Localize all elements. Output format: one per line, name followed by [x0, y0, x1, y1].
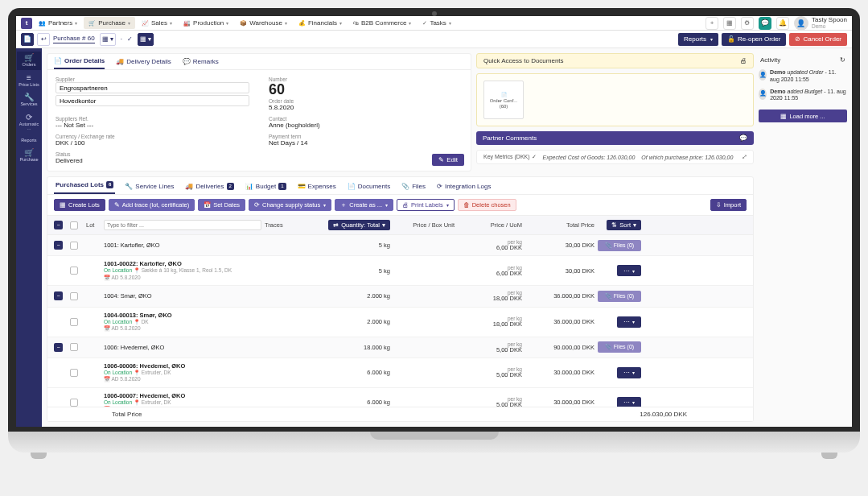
row-checkbox[interactable] — [70, 399, 78, 407]
app-logo[interactable]: t — [21, 18, 32, 29]
back-button[interactable]: 📄 — [21, 33, 34, 46]
row-checkbox[interactable] — [70, 369, 78, 377]
lot-tab-documents[interactable]: 📄Documents — [346, 179, 392, 194]
menu-partners[interactable]: 👥Partners▾ — [34, 17, 82, 29]
settings-icon[interactable]: ⚙ — [741, 17, 754, 30]
menu-production[interactable]: 🏭Production▾ — [179, 17, 233, 29]
row-checkbox[interactable] — [70, 242, 78, 250]
add-trace-button[interactable]: ✎ Add trace (lot, certificate) — [109, 199, 195, 211]
set-dates-button[interactable]: 📅 Set Dates — [198, 199, 245, 211]
table-row[interactable]: 1001-00022: Kartofler, ØKOOn Location 📍 … — [47, 256, 753, 286]
table-row[interactable]: −1004: Smør, ØKO2.000 kgper kg18,00 DKK3… — [47, 286, 753, 307]
edit-button[interactable]: ✎ Edit — [432, 154, 464, 166]
table-header: − Lot Traces ⇄ Quantity: Total ▾ Price /… — [47, 215, 753, 235]
menu-tasks[interactable]: ✓Tasks▾ — [418, 17, 455, 29]
sidebar-reports[interactable]: Reports — [17, 135, 41, 146]
collapse-all-icon[interactable]: − — [54, 221, 63, 229]
import-button[interactable]: ⇩ Import — [710, 199, 747, 211]
lot-tab-service-lines[interactable]: 🔧Service Lines — [123, 179, 175, 194]
tab-delivery-details[interactable]: 🚚Delivery Details — [116, 57, 171, 69]
files-button[interactable]: 📎 Files (0) — [598, 291, 641, 302]
lot-tab-expenses[interactable]: 💳Expenses — [296, 179, 338, 194]
table-row[interactable]: 1006-00006: Hvedemel, ØKOOn Location 📍 E… — [47, 358, 753, 388]
load-more-button[interactable]: ▦ Load more ... — [759, 110, 847, 122]
table-footer: Total Price 126.030,00 DKK — [47, 407, 753, 421]
menu-financials[interactable]: 💰Financials▾ — [294, 17, 347, 29]
collapse-icon[interactable]: − — [54, 343, 63, 352]
print-labels-button[interactable]: 🖨 Print Labels — [397, 199, 455, 211]
tab-order-details[interactable]: 📄Order Details — [54, 57, 105, 69]
partner-comments-bar[interactable]: Partner Comments 💬 — [476, 131, 754, 145]
create-lots-button[interactable]: ▦ Create Lots — [54, 199, 105, 211]
history-button[interactable]: ↩ — [37, 33, 50, 46]
activity-panel: Activity ↻ 👤Demo updated Order - 11. aug… — [759, 53, 847, 422]
quick-access-header: Quick Access to Documents 🖨 — [476, 53, 754, 68]
activity-refresh-icon[interactable]: ↻ — [840, 56, 845, 64]
supplier-address-input[interactable] — [56, 95, 249, 106]
breadcrumb-doc-icon[interactable]: ▦ ▾ — [100, 33, 116, 46]
reopen-order-button[interactable]: 🔓 Re-open Order — [722, 33, 786, 46]
row-actions-button[interactable]: ⋯ — [617, 367, 641, 378]
row-checkbox[interactable] — [70, 343, 78, 351]
row-checkbox[interactable] — [70, 318, 78, 326]
cancel-order-button[interactable]: ⊘ Cancel Order — [789, 33, 847, 46]
quantity-dropdown[interactable]: ⇄ Quantity: Total ▾ — [328, 220, 390, 230]
sort-dropdown[interactable]: ⇅ Sort ▾ — [607, 220, 641, 230]
activity-item: 👤Demo added Budget - 11. aug 2020 11:55 — [759, 86, 847, 105]
user-menu[interactable]: 👤 Tasty Spoon Demo — [794, 16, 847, 31]
order-details-panel: Supplier Number 60 Order date 5.8.2020 — [47, 70, 471, 171]
lot-tab-deliveries[interactable]: 🚚Deliveries2 — [183, 179, 235, 194]
menu-purchase[interactable]: 🛒Purchase▾ — [84, 17, 135, 29]
breadcrumb-status-icon[interactable]: ▦ ▾ — [138, 33, 154, 46]
table-toolbar: ▦ Create Lots ✎ Add trace (lot, certific… — [47, 195, 753, 215]
table-row[interactable]: 1004-00013: Smør, ØKOOn Location 📍 DK📅 A… — [47, 308, 753, 337]
sidebar-orders[interactable]: 🛒Orders — [17, 52, 41, 70]
menu-b2b-commerce[interactable]: 🛍B2B Commerce▾ — [348, 17, 416, 29]
lot-filter-input[interactable] — [104, 220, 261, 230]
menu-warehouse[interactable]: 📦Warehouse▾ — [235, 17, 292, 29]
table-row[interactable]: −1006: Hvedemel, ØKO18.000 kgper kg5,00 … — [47, 337, 753, 358]
chat-icon[interactable]: 💬 — [759, 17, 771, 30]
table-row[interactable]: −1001: Kartofler, ØKO5 kgper kg6,00 DKK3… — [47, 235, 753, 256]
delete-chosen-button[interactable]: 🗑 Delete chosen — [458, 199, 516, 211]
collapse-icon[interactable]: − — [54, 291, 63, 300]
sidebar-purchase[interactable]: 🛒Purchase — [17, 147, 41, 165]
document-tabs: 📄Order Details🚚Delivery Details💬Remarks — [47, 54, 471, 70]
order-confirmation-tile[interactable]: 📄 Order Conf... (60) — [483, 81, 524, 119]
lot-tab-files[interactable]: 📎Files — [400, 179, 427, 194]
create-as-button[interactable]: ＋ Create as ... — [335, 199, 393, 211]
row-checkbox[interactable] — [70, 292, 78, 300]
lot-tab-purchased-lots[interactable]: Purchased Lots6 — [54, 177, 115, 194]
collapse-icon[interactable]: − — [54, 241, 63, 250]
print-icon[interactable]: 🖨 — [740, 57, 747, 64]
quick-action-icon[interactable]: ▦ — [723, 17, 736, 30]
key-metrics: Key Metrics (DKK) ✓ Expected Cost of Goo… — [476, 150, 754, 164]
reports-button[interactable]: Reports — [678, 33, 718, 46]
sidebar: 🛒Orders≡Price Lists🔧Services⟳Automatic .… — [16, 48, 42, 427]
action-bar: 📄 ↩ Purchase # 60 ▦ ▾ · ✓ ▦ ▾ Reports 🔓 … — [16, 31, 852, 48]
expand-icon[interactable]: ⤢ — [742, 154, 747, 160]
lot-tab-budget[interactable]: 📊Budget1 — [244, 179, 288, 194]
row-checkbox[interactable] — [70, 267, 78, 275]
table-row[interactable]: 1006-00007: Hvedemel, ØKOOn Location 📍 E… — [47, 388, 753, 407]
lot-tab-integration-logs[interactable]: ⟳Integration Logs — [435, 179, 492, 194]
row-actions-button[interactable]: ⋯ — [617, 397, 641, 407]
row-actions-button[interactable]: ⋯ — [617, 265, 641, 276]
avatar-icon: 👤 — [794, 16, 808, 31]
row-actions-button[interactable]: ⋯ — [617, 316, 641, 328]
breadcrumb: Purchase # 60 ▦ ▾ · ✓ ▦ ▾ — [53, 33, 154, 46]
sidebar-price-lists[interactable]: ≡Price Lists — [17, 72, 41, 90]
change-supply-button[interactable]: ⟳ Change supply status — [249, 199, 331, 211]
menu-sales[interactable]: 📈Sales▾ — [137, 17, 177, 29]
notifications-icon[interactable]: 🔔 — [776, 17, 789, 30]
files-button[interactable]: 📎 Files (0) — [598, 240, 641, 251]
files-button[interactable]: 📎 Files (0) — [598, 341, 641, 353]
select-all-checkbox[interactable] — [70, 221, 78, 229]
supplier-input[interactable] — [56, 82, 249, 93]
add-icon[interactable]: + — [706, 17, 718, 30]
tab-remarks[interactable]: 💬Remarks — [183, 57, 219, 69]
sidebar-automatic-[interactable]: ⟳Automatic ... — [17, 111, 41, 134]
sidebar-services[interactable]: 🔧Services — [17, 91, 41, 110]
order-number: 60 — [269, 82, 463, 97]
top-menu-bar: t 👥Partners▾🛒Purchase▾📈Sales▾🏭Production… — [16, 16, 852, 31]
